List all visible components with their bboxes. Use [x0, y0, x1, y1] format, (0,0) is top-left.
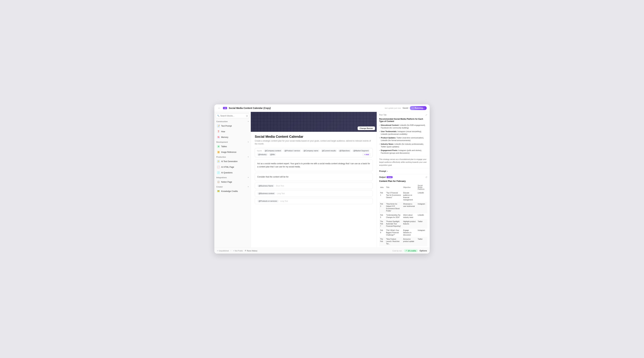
back-button[interactable]: ←	[217, 106, 221, 110]
input-tag-current-results[interactable]: @Current results	[321, 149, 337, 152]
ai-html-icon: 📄	[217, 166, 220, 169]
credits-badge: ✓ 18 credits	[404, 249, 418, 252]
runs-history-button[interactable]: ↺ Runs History	[245, 250, 258, 252]
input-tag-objectives[interactable]: @Objectives	[338, 149, 351, 152]
sidebar-item-knowledge-credits[interactable]: 💳 Knowledge Credits	[216, 189, 249, 194]
cell-objective: Educate audience on financial management	[402, 191, 417, 202]
cell-title: "Understanding Tax Changes for 2024"	[385, 213, 402, 220]
table-row: Feb 1 "Top 5 Financial Tips for Ecommerc…	[379, 191, 427, 202]
cell-objective: Inform about industry news	[402, 213, 417, 220]
run-tab-label: Run Tab	[379, 114, 386, 116]
development-chevron-icon[interactable]: ▾	[248, 141, 248, 143]
construction-chevron-icon[interactable]: ▾	[248, 121, 248, 122]
add-input-button[interactable]: + Add	[362, 153, 370, 156]
how-label: How	[221, 130, 225, 133]
content-description: Create a strategic content plan for your…	[255, 139, 373, 145]
content-title: Social Media Content Calendar	[255, 135, 373, 139]
notion-icon: 📋	[217, 180, 220, 183]
construction-section-header: Construction ▾	[216, 120, 249, 123]
not-public-tag: Not Public	[233, 250, 243, 252]
cell-date: The Feb	[379, 237, 385, 246]
refresh-icon[interactable]: ↺	[425, 176, 427, 179]
col-platform: Social Media Platform	[417, 184, 427, 191]
integrations-chevron-icon[interactable]: ▾	[248, 177, 248, 178]
input-tag-company-context[interactable]: @Company context	[264, 149, 282, 152]
sidebar-item-ai-questions[interactable]: ❔ AI Questions	[216, 170, 249, 175]
cell-platform: LinkedIn	[417, 191, 427, 202]
prompt-section-header[interactable]: Prompt ▾	[379, 170, 427, 172]
cell-objective: Highlight product features	[402, 220, 417, 228]
output-header: Output Smart ↺	[379, 176, 427, 179]
search-input[interactable]	[220, 115, 245, 117]
grid-icon[interactable]: ⊞	[246, 115, 248, 117]
not-public-label: Not Public	[235, 250, 243, 252]
cell-date: Feb 5	[379, 213, 385, 220]
sidebar-item-notion[interactable]: 📋 Notion Page	[216, 179, 249, 184]
separator: •	[230, 249, 232, 252]
saved-label: Saved	[402, 107, 408, 109]
sidebar-item-tables[interactable]: ⊞ Tables	[216, 144, 249, 149]
history-icon: ↺	[245, 250, 246, 252]
tables-icon: ⊞	[217, 145, 220, 148]
recommended-title: Recommended Social Media Platform for Ea…	[379, 118, 427, 123]
text-prompt-icon: 📝	[217, 125, 220, 127]
input-tag-industry[interactable]: @Industry	[257, 153, 268, 156]
knowledge-credits-icon: 💳	[217, 190, 220, 193]
sidebar: 🔍 ⊞ Construction ▾ 📝 Text Prompt ❓ How 🧠…	[214, 112, 251, 248]
options-button[interactable]: Options	[420, 250, 427, 252]
input-tag-product-service[interactable]: @Product / service	[283, 149, 301, 152]
sidebar-item-memory[interactable]: 🧠 Memory	[216, 135, 249, 140]
recommendation-engagement: Engagement Posts: Instagram (polls and s…	[379, 149, 427, 154]
cell-title: "Product Spotlight: Automate Your Financ…	[385, 220, 402, 228]
input-tag-market-segment[interactable]: @Market Segment	[352, 149, 370, 152]
prompt-text-box[interactable]: Act as a social media content expert. Yo…	[255, 160, 373, 171]
products-services-type: Long Text	[280, 200, 288, 202]
how-icon: ❓	[217, 130, 220, 133]
runs-history-label: Runs History	[247, 250, 258, 252]
output-badge: Smart	[386, 176, 392, 178]
cell-objective: Showcase a user testimonial	[402, 202, 417, 213]
inputs-label: Inputs	[257, 150, 262, 152]
ai-html-label: AI HTML Page	[221, 166, 234, 168]
business-context-tag[interactable]: @Business context	[257, 192, 276, 195]
production-chevron-icon[interactable]: ▾	[248, 156, 248, 158]
input-tag-we[interactable]: @We	[269, 153, 276, 156]
footer-right: Cost by run: ✓ 18 credits Options	[392, 249, 427, 252]
output-section: Output Smart ↺ Content Plan for February…	[377, 174, 430, 248]
content-body: Social Media Content Calendar Create a s…	[251, 132, 377, 208]
search-bar: 🔍 ⊞	[216, 114, 249, 118]
business-name-tag[interactable]: @Business Name	[257, 184, 274, 187]
notion-label: Notion Page	[221, 181, 232, 183]
cell-objective: Announce product update	[402, 237, 417, 246]
sidebar-item-how[interactable]: ❓ How	[216, 129, 249, 134]
prompt-section-label: Prompt	[379, 170, 386, 172]
inputs-bar: Inputs @Company context @Product / servi…	[255, 148, 373, 157]
cell-objective: Engage followers in discussion	[402, 228, 417, 237]
image-reference-icon: 🖼	[217, 151, 220, 154]
form-field-business-name: @Business Name Short Text	[255, 183, 373, 189]
input-tag-company-name[interactable]: @Company name	[302, 149, 320, 152]
running-button[interactable]: Running...	[410, 106, 427, 110]
col-title: Title	[385, 184, 402, 191]
page-title: Social Media Content Calendar (Copy)	[229, 107, 383, 109]
memory-icon: 🧠	[217, 136, 220, 139]
not-public-dot	[233, 250, 234, 251]
products-services-tag[interactable]: @Products or services:	[257, 200, 279, 202]
unpublished-dot	[217, 250, 218, 251]
creator-chevron-icon[interactable]: ▾	[248, 186, 248, 188]
integrations-label: Integrations	[216, 177, 227, 179]
prompt-text-box-2[interactable]: Consider that the content will be for:	[255, 173, 373, 181]
right-panel: Run Tab ⤢ Recommended Social Media Platf…	[377, 112, 430, 248]
change-banner-button[interactable]: Change Banner	[358, 126, 375, 130]
development-section-header: Development ▾	[216, 140, 249, 143]
sidebar-item-image-reference[interactable]: 🖼 Image Reference	[216, 150, 249, 155]
close-icon[interactable]: ⤢	[425, 114, 427, 116]
cell-title: "Top 5 Financial Tips for Ecommerce Owne…	[385, 191, 402, 202]
prompt-chevron-icon: ▾	[387, 170, 388, 172]
sidebar-item-ai-html[interactable]: 📄 AI HTML Page	[216, 165, 249, 170]
sidebar-item-text-prompt[interactable]: 📝 Text Prompt	[216, 124, 249, 128]
production-label: Production	[216, 156, 226, 158]
sidebar-item-ai-text[interactable]: ✨ AI Text Generation	[216, 159, 249, 164]
right-panel-body: Recommended Social Media Platform for Ea…	[377, 116, 430, 168]
main-layout: 🔍 ⊞ Construction ▾ 📝 Text Prompt ❓ How 🧠…	[214, 112, 430, 248]
